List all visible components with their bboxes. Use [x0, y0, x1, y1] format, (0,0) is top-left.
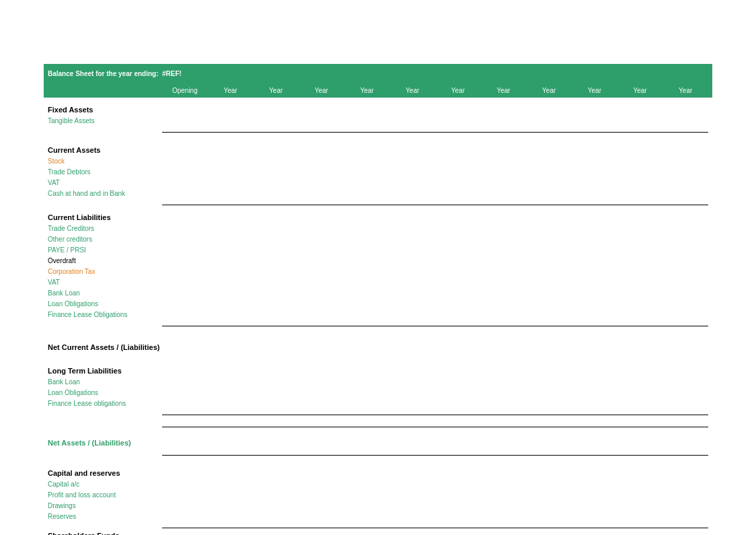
list-item: VAT — [44, 277, 712, 287]
net-assets-label: Net Assets / (Liabilities) — [48, 439, 162, 447]
list-item: Bank Loan — [44, 287, 712, 298]
bank-loan-curr-label: Bank Loan — [48, 289, 162, 297]
extra-divider — [44, 421, 712, 427]
list-item: Reserves — [44, 511, 712, 522]
fixed-assets-header: Fixed Assets — [44, 104, 712, 115]
col-year-3: Year — [299, 87, 344, 94]
col-year-9: Year — [572, 87, 617, 94]
cash-label: Cash at hand and in Bank — [48, 190, 162, 197]
other-creditors-label: Other creditors — [48, 236, 162, 243]
vat-assets-label: VAT — [48, 179, 162, 186]
trade-creditors-label: Trade Creditors — [48, 225, 162, 232]
loan-obligations-label: Loan Obligations — [48, 300, 162, 308]
list-item: Tangible Assets — [44, 115, 712, 126]
profit-loss-label: Profit and loss account — [48, 491, 162, 499]
vat-liab-label: VAT — [48, 279, 162, 286]
corp-tax-label: Corporation Tax — [48, 268, 162, 275]
current-liabilities-divider — [44, 320, 712, 326]
list-item: Loan Obligations — [44, 298, 712, 309]
capital-ac-label: Capital a/c — [48, 480, 162, 488]
bank-loan-lt-label: Bank Loan — [48, 378, 162, 386]
list-item: Bank Loan — [44, 376, 712, 387]
header-bar: Balance Sheet for the year ending: #REF! — [44, 64, 712, 83]
col-year-11: Year — [663, 87, 708, 94]
list-item: VAT — [44, 177, 712, 188]
list-item: Profit and loss account — [44, 489, 712, 500]
col-year-8: Year — [526, 87, 572, 94]
col-year-6: Year — [435, 87, 481, 94]
finance-lease-curr-label: Finance Lease Obligations — [48, 311, 162, 318]
shareholders-label: Shareholders Funds — [48, 532, 162, 535]
ref-cell: #REF! — [162, 70, 216, 77]
list-item: Loan Obligations — [44, 387, 712, 398]
column-headers: Opening Year Year Year Year Year Year Ye… — [44, 83, 712, 98]
col-year-7: Year — [481, 87, 527, 94]
list-item: Capital a/c — [44, 478, 712, 489]
capital-header: Capital and reserves — [44, 468, 712, 478]
list-item: Other creditors — [44, 234, 712, 244]
net-current-label: Net Current Assets / (Liabilities) — [48, 343, 162, 351]
sheet-title: Balance Sheet for the year ending: — [48, 70, 162, 77]
list-item: Stock — [44, 155, 712, 166]
overdraft-label: Overdraft — [48, 257, 162, 264]
col-year-1: Year — [208, 87, 254, 94]
list-item: Finance Lease Obligations — [44, 309, 712, 320]
col-year-5: Year — [389, 87, 435, 94]
reserves-label: Reserves — [48, 513, 162, 520]
fixed-assets-divider — [44, 126, 712, 133]
col-opening: Opening — [162, 87, 208, 94]
shareholders-row: Shareholders Funds — [44, 530, 712, 535]
trade-debtors-label: Trade Debtors — [48, 168, 162, 176]
current-liabilities-header: Current Liabilities — [44, 212, 712, 223]
paye-label: PAYE / PRSI — [48, 246, 162, 254]
capital-divider — [44, 522, 712, 528]
finance-lease-lt-label: Finance Lease obligations — [48, 400, 162, 407]
list-item: Overdraft — [44, 255, 712, 266]
current-assets-header: Current Assets — [44, 145, 712, 155]
long-term-divider — [44, 408, 712, 415]
stock-label: Stock — [48, 157, 162, 165]
current-assets-divider — [44, 199, 712, 205]
list-item: Trade Creditors — [44, 223, 712, 234]
tangible-assets-label: Tangible Assets — [48, 117, 162, 124]
col-year-10: Year — [617, 87, 663, 94]
loan-obligations-lt-label: Loan Obligations — [48, 389, 162, 396]
net-current-row: Net Current Assets / (Liabilities) — [44, 341, 712, 353]
list-item: Trade Debtors — [44, 166, 712, 177]
list-item: Corporation Tax — [44, 266, 712, 277]
net-assets-row: Net Assets / (Liabilities) — [44, 437, 712, 449]
list-item: Finance Lease obligations — [44, 398, 712, 408]
net-assets-divider — [44, 449, 712, 456]
list-item: PAYE / PRSI — [44, 244, 712, 255]
long-term-header: Long Term Liabilities — [44, 365, 712, 376]
list-item: Drawings — [44, 500, 712, 511]
col-year-4: Year — [344, 87, 390, 94]
col-year-2: Year — [253, 87, 299, 94]
drawings-label: Drawings — [48, 502, 162, 509]
list-item: Cash at hand and in Bank — [44, 188, 712, 199]
